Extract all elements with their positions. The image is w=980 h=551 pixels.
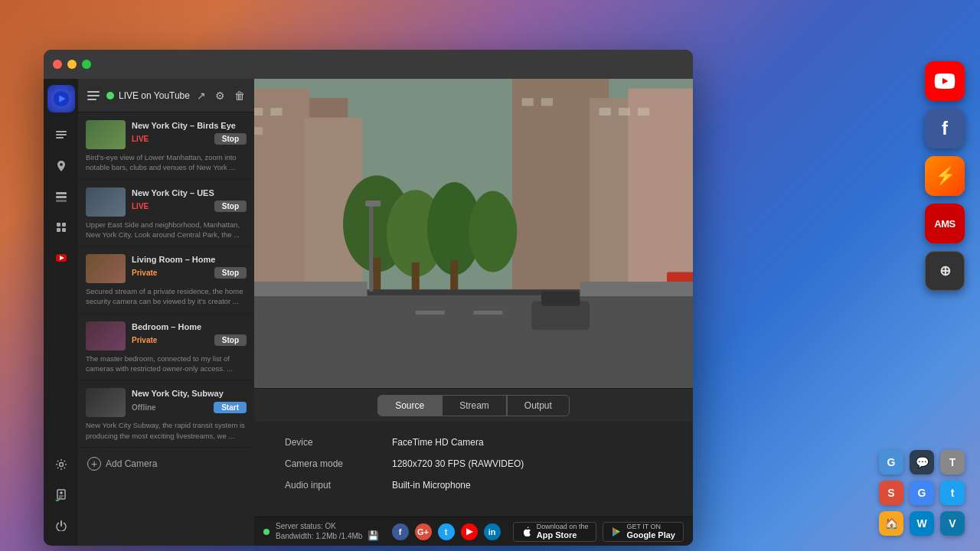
dock-facebook[interactable]: f: [925, 109, 965, 148]
camera-desc-nyc-birds: Bird's-eye view of Lower Manhattan, zoom…: [86, 152, 247, 173]
svg-rect-8: [56, 200, 67, 202]
camera-item-nyc-birds[interactable]: New York City – Birds Eye LIVE Stop Bird…: [78, 112, 254, 180]
sidebar-item-library[interactable]: [47, 122, 75, 149]
device-value: FaceTime HD Camera: [392, 437, 484, 448]
dock-youtube[interactable]: [925, 61, 965, 101]
tab-stream[interactable]: Stream: [442, 395, 507, 416]
status-bar: Server status: OK Bandwidth: 1.2Mb /1.4M…: [254, 517, 693, 546]
google-play-label: GET IT ON Google Play: [626, 523, 675, 541]
settings-panel: Device FaceTime HD Camera Camera mode 12…: [254, 422, 693, 517]
sidebar-item-grid[interactable]: [47, 214, 75, 241]
svg-rect-10: [62, 223, 66, 227]
sidebar-item-location[interactable]: [47, 152, 75, 180]
camera-thumb-bedroom: [86, 321, 126, 350]
youtube-play-icon: [934, 73, 956, 89]
svg-rect-53: [254, 282, 368, 296]
camera-button-nyc-ues[interactable]: Stop: [214, 201, 247, 212]
live-label: LIVE on YouTube: [119, 90, 190, 101]
add-camera-button[interactable]: + Add Camera: [78, 448, 254, 480]
video-preview: [254, 79, 693, 388]
svg-rect-7: [56, 196, 67, 198]
mini-icon-7[interactable]: 🏠: [879, 511, 903, 536]
hamburger-icon[interactable]: [87, 91, 100, 100]
bottom-tabs: Source Stream Output: [254, 388, 693, 422]
mini-icon-4[interactable]: S: [879, 481, 903, 505]
camera-status-living-room: Private: [132, 269, 157, 277]
share-icon[interactable]: ↗: [197, 90, 206, 102]
audio-input-label: Audio input: [285, 480, 392, 491]
dock-sniper[interactable]: ⊕: [925, 251, 965, 291]
sidebar-item-power[interactable]: [47, 512, 75, 540]
setting-device: Device FaceTime HD Camera: [285, 437, 662, 448]
camera-items-container: New York City – Birds Eye LIVE Stop Bird…: [78, 112, 254, 448]
svg-rect-6: [56, 192, 67, 194]
sidebar-item-list[interactable]: [47, 183, 75, 210]
app-store-badge[interactable]: Download on the App Store: [513, 522, 597, 542]
camera-item-nyc-subway[interactable]: New York City, Subway Offline Start New …: [78, 380, 254, 448]
disk-icon[interactable]: 💾: [368, 530, 379, 541]
camera-status-bedroom: Private: [132, 336, 157, 344]
dock-flash[interactable]: ⚡: [925, 156, 965, 196]
trash-icon[interactable]: 🗑: [234, 90, 245, 102]
svg-rect-48: [416, 311, 445, 315]
social-youtube[interactable]: ▶: [461, 523, 478, 540]
svg-rect-9: [57, 223, 60, 227]
maximize-button[interactable]: [82, 60, 91, 69]
camera-info-living-room: Living Room – Home Private Stop: [132, 254, 247, 279]
mini-icon-9[interactable]: V: [940, 511, 965, 536]
svg-point-42: [469, 191, 517, 272]
status-left: Server status: OK Bandwidth: 1.2Mb /1.4M…: [263, 522, 379, 541]
setting-camera-mode: Camera mode 980x551 30 FPS (RAWVIDEO): [285, 458, 662, 469]
live-dot: [106, 92, 114, 99]
camera-thumb-nyc-ues: [86, 187, 126, 217]
social-linkedin[interactable]: in: [484, 523, 501, 540]
google-play-badge[interactable]: GET IT ON Google Play: [603, 522, 684, 542]
list-top-bar: LIVE on YouTube ↗ ⚙ 🗑: [78, 79, 254, 112]
mini-icon-5[interactable]: G: [910, 481, 934, 505]
svg-rect-34: [522, 98, 534, 106]
social-facebook[interactable]: f: [392, 523, 409, 540]
mini-icon-3[interactable]: T: [940, 450, 965, 474]
settings-icon[interactable]: ⚙: [215, 90, 225, 102]
close-button[interactable]: [53, 60, 62, 69]
status-dot: [263, 529, 270, 535]
mini-icon-1[interactable]: G: [879, 450, 903, 474]
sidebar-item-add[interactable]: [47, 481, 75, 509]
add-camera-label: Add Camera: [106, 458, 157, 469]
social-twitter[interactable]: t: [438, 523, 455, 540]
live-indicator: LIVE on YouTube: [106, 90, 190, 101]
camera-button-nyc-subway[interactable]: Start: [214, 402, 247, 413]
dock-ams[interactable]: AMS: [925, 204, 965, 243]
audio-input-value: Built-in Microphone: [392, 480, 471, 491]
sidebar-item-youtube[interactable]: [47, 244, 75, 272]
camera-info-nyc-subway: New York City, Subway Offline Start: [132, 388, 247, 412]
camera-status-nyc-birds: LIVE: [132, 135, 149, 143]
svg-rect-38: [638, 108, 649, 116]
mini-icon-2[interactable]: 💬: [910, 450, 934, 474]
camera-list: LIVE on YouTube ↗ ⚙ 🗑 New York City – Bi…: [78, 79, 254, 546]
camera-button-living-room[interactable]: Stop: [214, 267, 247, 279]
svg-rect-35: [541, 98, 553, 106]
camera-item-living-room[interactable]: Living Room – Home Private Stop Secured …: [78, 246, 254, 314]
camera-button-nyc-birds[interactable]: Stop: [214, 133, 247, 145]
camera-desc-nyc-subway: New York City Subway, the rapid transit …: [86, 420, 247, 441]
camera-desc-nyc-ues: Upper East Side and neighborhood, Manhat…: [86, 220, 247, 240]
mini-icon-8[interactable]: W: [910, 511, 934, 536]
camera-thumb-nyc-birds: [86, 120, 126, 149]
camera-item-bedroom[interactable]: Bedroom – Home Private Stop The master b…: [78, 314, 254, 381]
tab-source[interactable]: Source: [377, 395, 442, 416]
social-google-plus[interactable]: G+: [415, 523, 432, 540]
svg-point-5: [60, 163, 63, 166]
setting-audio-input: Audio input Built-in Microphone: [285, 480, 662, 491]
tab-output[interactable]: Output: [507, 395, 570, 416]
minimize-button[interactable]: [67, 60, 77, 69]
camera-thumb-nyc-subway: [86, 388, 126, 417]
mini-icon-6[interactable]: t: [940, 481, 965, 505]
app-logo[interactable]: [47, 85, 75, 112]
camera-desc-living-room: Secured stream of a private residence, t…: [86, 286, 247, 307]
sidebar-item-settings[interactable]: [47, 451, 75, 478]
camera-button-bedroom[interactable]: Stop: [214, 334, 247, 346]
svg-rect-11: [57, 228, 60, 232]
camera-item-nyc-ues[interactable]: New York City – UES LIVE Stop Upper East…: [78, 180, 254, 247]
svg-rect-30: [254, 108, 263, 116]
